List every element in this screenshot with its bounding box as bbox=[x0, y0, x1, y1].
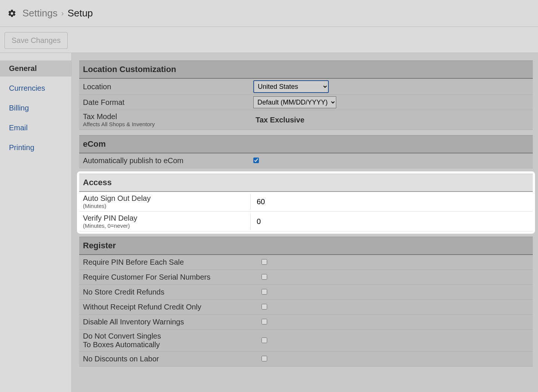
register-row-checkbox[interactable] bbox=[262, 304, 267, 309]
toolbar: Save Changes bbox=[0, 27, 538, 53]
register-row-label: Do Not Convert Singles To Boxes Automati… bbox=[79, 330, 250, 351]
date-format-select[interactable]: Default (MM/DD/YYYY) bbox=[253, 96, 336, 108]
section-access: Access Auto Sign Out Delay (Minutes) Ver… bbox=[79, 174, 533, 231]
register-row-checkbox[interactable] bbox=[262, 289, 267, 295]
section-location: Location Customization Location United S… bbox=[79, 60, 533, 130]
sidebar-item-email[interactable]: Email bbox=[0, 120, 71, 136]
sidebar-item-currencies[interactable]: Currencies bbox=[0, 80, 71, 96]
register-row-checkbox[interactable] bbox=[262, 356, 267, 361]
section-header-register: Register bbox=[79, 237, 533, 255]
section-header-access: Access bbox=[79, 174, 533, 192]
save-button[interactable]: Save Changes bbox=[4, 32, 68, 49]
tax-model-value: Tax Exclusive bbox=[253, 116, 304, 124]
breadcrumb-parent[interactable]: Settings bbox=[22, 7, 58, 19]
sidebar: General Currencies Billing Email Printin… bbox=[0, 53, 72, 392]
verify-pin-label: Verify PIN Delay (Minutes, 0=never) bbox=[79, 212, 250, 231]
sidebar-item-general[interactable]: General bbox=[0, 60, 71, 77]
date-format-label: Date Format bbox=[79, 96, 250, 109]
register-row-label: Require Customer For Serial Numbers bbox=[79, 271, 250, 284]
register-row-label: Disable All Inventory Warnings bbox=[79, 315, 250, 329]
register-row-checkbox[interactable] bbox=[262, 274, 267, 280]
auto-signout-label: Auto Sign Out Delay (Minutes) bbox=[79, 192, 250, 211]
register-row-label: No Store Credit Refunds bbox=[79, 286, 250, 299]
register-row-checkbox[interactable] bbox=[262, 259, 267, 265]
auto-publish-label: Automatically publish to eCom bbox=[79, 154, 250, 167]
section-header-location: Location Customization bbox=[79, 60, 533, 79]
gear-icon bbox=[7, 9, 16, 18]
sidebar-item-billing[interactable]: Billing bbox=[0, 100, 71, 116]
page-header: Settings › Setup bbox=[0, 0, 538, 27]
sidebar-item-printing[interactable]: Printing bbox=[0, 140, 71, 156]
register-row-label: No Discounts on Labor bbox=[79, 352, 250, 365]
auto-publish-checkbox[interactable] bbox=[253, 158, 259, 163]
location-label: Location bbox=[79, 80, 250, 93]
location-select[interactable]: United States bbox=[253, 80, 329, 93]
section-header-ecom: eCom bbox=[79, 135, 533, 153]
register-row-label: Without Receipt Refund Credit Only bbox=[79, 301, 250, 314]
chevron-right-icon: › bbox=[61, 9, 64, 18]
auto-signout-input[interactable] bbox=[254, 195, 530, 208]
verify-pin-input[interactable] bbox=[254, 215, 530, 228]
breadcrumb-current: Setup bbox=[68, 7, 93, 19]
register-row-checkbox[interactable] bbox=[262, 337, 267, 343]
section-ecom: eCom Automatically publish to eCom bbox=[79, 135, 533, 168]
content-area: Location Customization Location United S… bbox=[72, 53, 538, 392]
register-row-checkbox[interactable] bbox=[262, 319, 267, 324]
tax-model-label: Tax Model Affects All Shops & Inventory bbox=[79, 110, 250, 130]
register-row-label: Require PIN Before Each Sale bbox=[79, 256, 250, 269]
section-register: Register Require PIN Before Each Sale Re… bbox=[79, 237, 533, 367]
